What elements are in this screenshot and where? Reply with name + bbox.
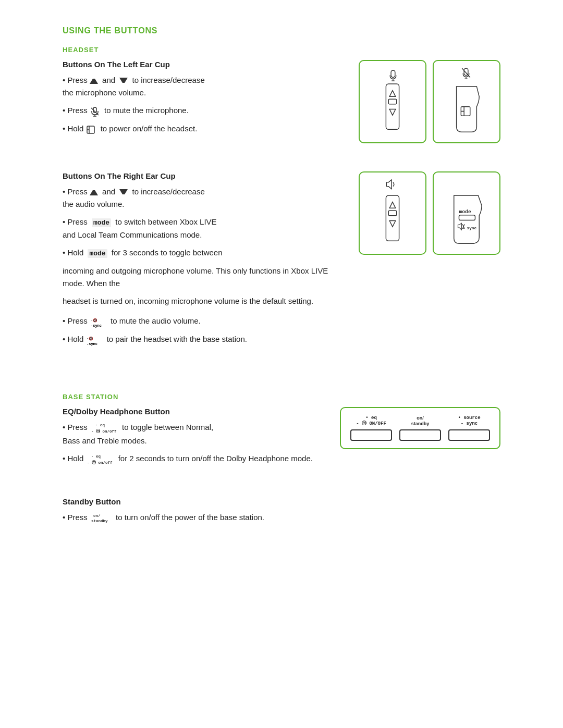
svg-line-18 (462, 68, 470, 77)
up-arrow-icon (90, 78, 98, 84)
standby-heading: Standby Button (63, 497, 500, 506)
standby-button-rect (399, 429, 441, 441)
svg-text:· eq: · eq (95, 423, 105, 427)
sync-button-diagram: • source- sync (448, 415, 490, 441)
svg-rect-32 (459, 215, 475, 220)
left-ear-diagram-side (433, 60, 500, 143)
eq-text: EQ/Dolby Headphone Button • Press · eq -… (63, 407, 340, 471)
left-ear-text: Buttons On The Left Ear Cup • Press and … (63, 60, 359, 141)
left-ear-diagram-front (359, 60, 426, 143)
sync-icon: ·🔇 -sync (87, 334, 103, 346)
main-title: USING THE BUTTONS (63, 26, 500, 35)
down-arrow-icon-2 (119, 189, 128, 195)
svg-text:-sync: -sync (87, 342, 97, 346)
right-ear-diagrams: mode - sync (359, 171, 500, 255)
right-ear-diagram-side: mode - sync (433, 171, 500, 255)
right-para-1: incoming and outgoing microphone volume.… (63, 265, 348, 290)
mode-label-2: mode (88, 249, 107, 258)
right-ear-text: Buttons On The Right Ear Cup • Press and… (63, 171, 359, 351)
sync-button-rect (448, 429, 490, 441)
svg-marker-30 (389, 221, 396, 227)
svg-rect-29 (388, 211, 397, 216)
left-bullet-2: • Press to mute the microphone. (63, 104, 348, 117)
svg-text:·🔇: ·🔇 (87, 336, 93, 341)
right-bullet-1: • Press and to increase/decrease the aud… (63, 186, 348, 211)
standby-icon: on/ standby (91, 511, 112, 524)
right-para-2: headset is turned on, incoming microphon… (63, 295, 348, 307)
eq-onoff-icon-1: · eq - ⓜ on/off (91, 421, 118, 435)
right-bullet-5: • Hold ·🔇 -sync to pair the headset with… (63, 333, 348, 346)
svg-text:mode: mode (459, 209, 471, 215)
svg-text:- sync: - sync (462, 226, 476, 230)
svg-text:·🔇: ·🔇 (91, 318, 97, 323)
right-bullet-2: • Press mode to switch between Xbox LIVE… (63, 216, 348, 241)
svg-marker-12 (389, 91, 396, 97)
svg-marker-28 (389, 202, 396, 208)
svg-text:- ⓜ on/off: - ⓜ on/off (91, 429, 117, 434)
left-bullet-3: • Hold to power on/off the headset. (63, 122, 348, 135)
base-station-section: BASE STATION EQ/Dolby Headphone Button •… (63, 393, 500, 525)
standby-button-diagram: on/standby (399, 415, 441, 441)
eq-button-rect (350, 429, 392, 441)
eq-bullet-1: • Press · eq - ⓜ on/off to toggle betwee… (63, 421, 329, 447)
svg-text:· eq: · eq (91, 454, 101, 459)
right-ear-diagram-front (359, 171, 426, 255)
up-arrow-icon-2 (90, 189, 98, 195)
svg-text:standby: standby (91, 519, 108, 523)
right-ear-heading: Buttons On The Right Ear Cup (63, 171, 348, 180)
svg-marker-26 (386, 180, 391, 189)
svg-text:on/: on/ (93, 514, 101, 518)
svg-rect-13 (388, 99, 397, 104)
mute-sync-icon: ·🔇 -sync (91, 315, 107, 328)
right-ear-block: Buttons On The Right Ear Cup • Press and… (63, 171, 500, 351)
left-ear-block: Buttons On The Left Ear Cup • Press and … (63, 60, 500, 143)
standby-section: Standby Button • Press on/ standby to tu… (63, 497, 500, 525)
power-icon (85, 123, 96, 135)
left-bullet-1: • Press and to increase/decrease the mic… (63, 74, 348, 99)
base-station-diagram: • eq- ⓜ ON/OFF on/standby • source- sync (340, 407, 500, 449)
svg-text:- ⓜ on/off: - ⓜ on/off (87, 460, 113, 465)
down-arrow-icon (119, 78, 128, 84)
eq-block: EQ/Dolby Headphone Button • Press · eq -… (63, 407, 500, 471)
mode-label-1: mode (92, 218, 111, 227)
eq-onoff-icon-2: · eq - ⓜ on/off (87, 452, 114, 466)
eq-bullet-2: • Hold · eq - ⓜ on/off for 2 seconds to … (63, 452, 329, 466)
svg-marker-33 (458, 223, 462, 230)
right-bullet-4: • Press ·🔇 -sync to mute the audio volum… (63, 315, 348, 328)
left-ear-heading: Buttons On The Left Ear Cup (63, 60, 348, 69)
right-bullet-3: • Hold mode for 3 seconds to toggle betw… (63, 246, 348, 260)
svg-marker-14 (389, 109, 396, 116)
base-buttons-box: • eq- ⓜ ON/OFF on/standby • source- sync (340, 407, 500, 449)
eq-heading: EQ/Dolby Headphone Button (63, 407, 329, 416)
svg-text:-sync: -sync (91, 324, 102, 328)
headset-label: HEADSET (63, 46, 500, 54)
svg-rect-8 (391, 70, 395, 78)
eq-button-diagram: • eq- ⓜ ON/OFF (350, 415, 392, 441)
base-station-label: BASE STATION (63, 393, 500, 401)
standby-bullet: • Press on/ standby to turn on/off the p… (63, 511, 500, 525)
left-ear-diagrams (359, 60, 500, 143)
mic-mute-icon (90, 105, 100, 117)
